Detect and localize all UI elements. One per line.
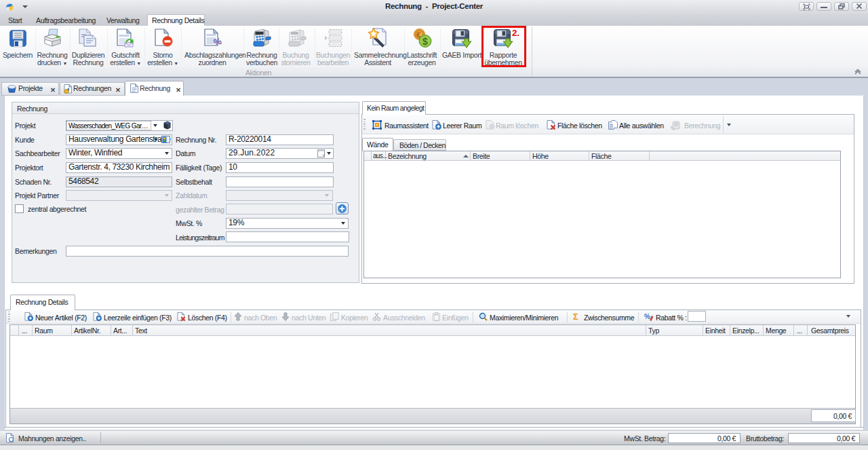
svg-text:$: $ [422,36,428,47]
svg-text:%: % [644,313,650,320]
svg-text:%: % [213,36,223,48]
